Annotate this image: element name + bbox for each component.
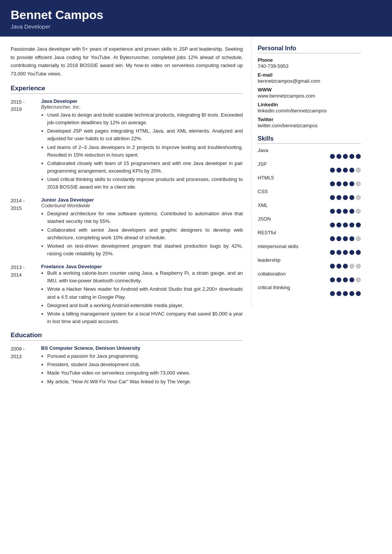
education-list: 2009 - 2013BS Computer Science, Denison … <box>11 345 243 386</box>
skill-dot-filled <box>336 195 341 200</box>
candidate-title: Java Developer <box>11 23 381 30</box>
skill-dot-empty <box>349 264 354 269</box>
skill-dots <box>258 264 361 269</box>
skill-dot-empty <box>356 264 361 269</box>
info-label: LinkedIn <box>258 102 361 107</box>
skill-dots <box>258 168 361 173</box>
skill-dot-filled <box>330 223 335 227</box>
skill-dot-filled <box>349 168 354 173</box>
edu-content: BS Computer Science, Denison UniversityP… <box>41 345 243 386</box>
skill-row: leadership <box>258 257 361 269</box>
skill-dots <box>258 236 361 241</box>
skill-row: XML <box>258 202 361 214</box>
experience-entry: 2015 - 2019Java DeveloperBytecruncher, I… <box>11 98 243 192</box>
edu-bullet: My article, "How AI Will Fix Your Car" W… <box>47 378 243 386</box>
skill-dot-filled <box>343 168 348 173</box>
skill-dots <box>258 209 361 214</box>
experience-entry: 2014 - 2015Junior Java DeveloperCoderbun… <box>11 197 243 258</box>
edu-bullet: President, student Java development club… <box>47 361 243 368</box>
skill-row: Java <box>258 147 361 159</box>
skill-dot-filled <box>330 195 335 200</box>
right-column: Personal Info Phone740-739-5953E-mailben… <box>251 37 369 307</box>
skill-dot-filled <box>349 209 354 214</box>
skill-name: CSS <box>258 189 361 194</box>
edu-bullet: Pursued a passion for Java programming. <box>47 352 243 360</box>
skill-dot-filled <box>336 223 341 227</box>
skill-name: XML <box>258 202 361 208</box>
exp-content: Junior Java DeveloperCoderbund Worldwide… <box>41 197 243 258</box>
experience-entry: 2013 - 2014Freelance Java DeveloperBuilt… <box>11 264 243 326</box>
exp-bullet: Used critical thinking skills to constan… <box>47 176 243 191</box>
skill-dot-filled <box>336 181 341 186</box>
skill-dot-empty <box>356 209 361 214</box>
skill-dot-filled <box>343 291 348 296</box>
exp-bullet: Designed architecture for new software s… <box>47 210 243 225</box>
info-value: www.bennetzcampos.com <box>258 93 361 99</box>
skill-dots <box>258 195 361 200</box>
skill-dot-filled <box>336 277 341 282</box>
exp-bullets: Built a working calorie-burn counter usi… <box>41 269 243 325</box>
exp-date: 2013 - 2014 <box>11 264 41 326</box>
skill-dot-filled <box>336 264 341 269</box>
edu-bullets: Pursued a passion for Java programming.P… <box>41 352 243 386</box>
skill-dot-filled <box>330 154 335 159</box>
skill-dots <box>258 223 361 227</box>
exp-content: Freelance Java DeveloperBuilt a working … <box>41 264 243 326</box>
skill-dot-filled <box>349 195 354 200</box>
exp-job-title: Java Developer <box>41 98 243 104</box>
skill-dot-filled <box>330 250 335 255</box>
info-label: Phone <box>258 57 361 63</box>
skill-dot-filled <box>330 209 335 214</box>
info-value: linkedin.com/in/bennetzcampos <box>258 108 361 114</box>
exp-bullet: Wrote a Hacker News reader for Android w… <box>47 285 243 301</box>
skill-dot-filled <box>336 209 341 214</box>
skill-row: interpersonal skills <box>258 243 361 255</box>
skill-dot-filled <box>336 154 341 159</box>
experience-section-header: Experience <box>11 85 243 94</box>
skill-dot-filled <box>343 264 348 269</box>
skill-dot-filled <box>343 250 348 255</box>
info-label: E-mail <box>258 72 361 78</box>
skill-dot-filled <box>330 277 335 282</box>
skill-dot-filled <box>356 223 361 227</box>
info-value: 740-739-5953 <box>258 63 361 69</box>
skill-dot-filled <box>343 209 348 214</box>
exp-bullet: Collaborated closely with team of 15 pro… <box>47 160 243 175</box>
main-layout: Passionate Java developer with 5+ years … <box>0 37 392 399</box>
skill-row: RESTful <box>258 230 361 241</box>
summary-text: Passionate Java developer with 5+ years … <box>11 45 243 78</box>
skill-dot-filled <box>336 291 341 296</box>
exp-bullet: Used Java to design and build scalable t… <box>47 111 243 126</box>
skill-dot-filled <box>336 168 341 173</box>
exp-bullets: Used Java to design and build scalable t… <box>41 111 243 191</box>
experience-list: 2015 - 2019Java DeveloperBytecruncher, I… <box>11 98 243 326</box>
skill-name: Java <box>258 147 361 153</box>
skill-row: JSON <box>258 216 361 227</box>
skill-row: HTML5 <box>258 175 361 186</box>
info-value: twitter.com/bennetzcampos <box>258 123 361 128</box>
skill-row: JSP <box>258 161 361 173</box>
skill-dot-filled <box>343 236 348 241</box>
skill-dot-filled <box>330 181 335 186</box>
skill-name: JSON <box>258 216 361 222</box>
exp-bullet: Led teams of 2–3 Java developers in 2 pr… <box>47 144 243 159</box>
skill-dot-filled <box>349 236 354 241</box>
skill-dots <box>258 291 361 296</box>
candidate-name: Bennet Campos <box>11 8 381 22</box>
skill-dot-filled <box>336 250 341 255</box>
skill-name: RESTful <box>258 230 361 235</box>
skill-row: CSS <box>258 189 361 200</box>
personal-info-list: Phone740-739-5953E-mailbennetzcampos@gma… <box>258 57 361 128</box>
exp-bullet: Built a working calorie-burn counter usi… <box>47 269 243 285</box>
skill-dot-empty <box>356 181 361 186</box>
info-value: bennetzcampos@gmail.com <box>258 78 361 84</box>
skill-name: JSP <box>258 161 361 167</box>
skill-dot-filled <box>343 154 348 159</box>
skill-dot-empty <box>356 236 361 241</box>
exp-bullet: Worked on test-driven development progra… <box>47 242 243 258</box>
skill-row: collaboration <box>258 271 361 282</box>
exp-job-title: Freelance Java Developer <box>41 264 243 269</box>
skill-dots <box>258 154 361 159</box>
skill-dot-filled <box>330 264 335 269</box>
exp-bullets: Designed architecture for new software s… <box>41 210 243 258</box>
